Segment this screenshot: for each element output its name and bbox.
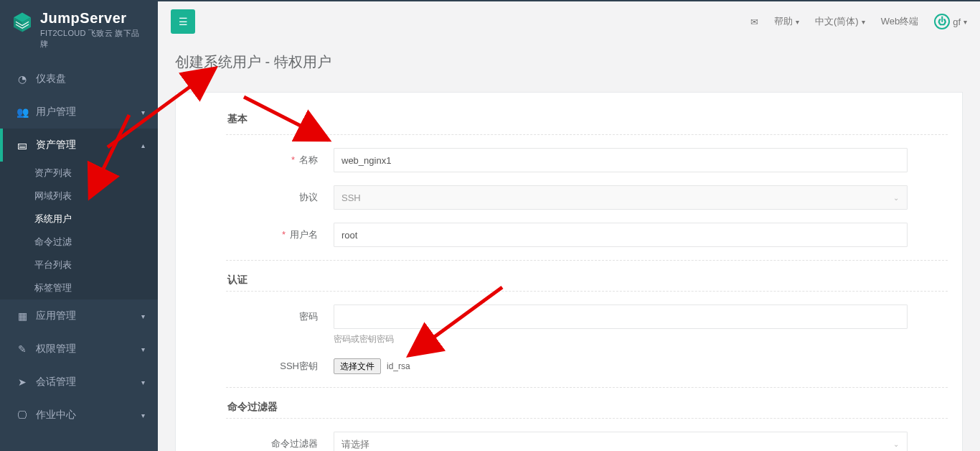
divider (226, 260, 948, 261)
mail-button[interactable]: ✉ (750, 17, 758, 27)
nav-label: 作业中心 (36, 409, 76, 422)
chevron-down-icon: ▾ (796, 18, 799, 26)
sidebar-toggle-button[interactable]: ☰ (171, 9, 195, 34)
password-help-text: 密码或密钥密码 (334, 333, 908, 345)
language-dropdown[interactable]: 中文(简体) ▾ (815, 15, 865, 28)
nav-job-center[interactable]: 🖵 作业中心 ▾ (0, 399, 158, 432)
nav-app-mgmt[interactable]: ▦ 应用管理 ▾ (0, 299, 158, 333)
chevron-down-icon: ▾ (141, 378, 145, 386)
send-icon: ➤ (16, 376, 29, 388)
asset-subnav: 资产列表 网域列表 系统用户 命令过滤 平台列表 标签管理 (0, 162, 158, 299)
section-cmdfilter-title: 命令过滤器 (226, 401, 948, 414)
subnav-tag-mgmt[interactable]: 标签管理 (0, 276, 158, 299)
chevron-down-icon: ▾ (141, 345, 145, 353)
help-dropdown[interactable]: 帮助 ▾ (774, 15, 799, 28)
divider (226, 387, 948, 388)
nav-session-mgmt[interactable]: ➤ 会话管理 ▾ (0, 366, 158, 399)
subnav-system-user[interactable]: 系统用户 (0, 208, 158, 231)
logo-icon (11, 11, 33, 33)
dashboard-icon: ◔ (16, 73, 29, 85)
nav-dashboard[interactable]: ◔ 仪表盘 (0, 62, 158, 96)
name-input[interactable] (334, 148, 908, 172)
chevron-down-icon: ▾ (862, 18, 865, 26)
username-label: gf (953, 17, 961, 27)
logo-block: JumpServer FIT2CLOUD 飞致云 旗下品牌 (0, 0, 158, 57)
label-name: 名称 (226, 154, 334, 167)
nav-label: 会话管理 (36, 376, 76, 389)
label-protocol: 协议 (226, 191, 334, 204)
label-username: 用户名 (226, 228, 334, 241)
asset-icon: 🖴 (16, 139, 29, 151)
user-menu[interactable]: ⏻ gf ▾ (934, 14, 967, 29)
label-cmdfilter: 命令过滤器 (226, 437, 334, 450)
subnav-domain-list[interactable]: 网域列表 (0, 185, 158, 208)
help-label: 帮助 (774, 15, 793, 28)
topbar-right: ✉ 帮助 ▾ 中文(简体) ▾ Web终端 ⏻ gf ▾ (750, 14, 967, 29)
brand-name: JumpServer (40, 10, 146, 27)
label-sshkey: SSH密钥 (226, 360, 334, 373)
hamburger-icon: ☰ (179, 16, 188, 27)
choose-file-button[interactable]: 选择文件 (334, 358, 381, 374)
divider (226, 134, 948, 135)
row-password: 密码 密码或密钥密码 (226, 304, 948, 345)
users-icon: 👥 (16, 106, 29, 118)
sshkey-filename: id_rsa (387, 361, 410, 371)
nav-perm-mgmt[interactable]: ✎ 权限管理 ▾ (0, 333, 158, 366)
chevron-down-icon: ▾ (141, 108, 145, 116)
content-wrap: 基本 名称 协议 ⌄ 用户名 认证 (158, 82, 980, 451)
divider (226, 291, 948, 292)
username-input[interactable] (334, 223, 908, 247)
nav-list: ◔ 仪表盘 👥 用户管理 ▾ 🖴 资产管理 ▴ 资产列表 网域列表 系统用户 命… (0, 62, 158, 432)
row-cmdfilter: 命令过滤器 ⌄ (226, 432, 948, 451)
display-icon: 🖵 (16, 409, 29, 421)
language-label: 中文(简体) (815, 15, 859, 28)
section-basic-title: 基本 (226, 113, 948, 126)
row-protocol: 协议 ⌄ (226, 185, 948, 210)
subnav-cmd-filter[interactable]: 命令过滤 (0, 231, 158, 254)
divider (226, 418, 948, 419)
page-title: 创建系统用户 - 特权用户 (175, 52, 331, 72)
chevron-up-icon: ▴ (141, 141, 145, 149)
power-icon: ⏻ (934, 14, 950, 29)
password-input[interactable] (334, 304, 908, 329)
page-title-row: 创建系统用户 - 特权用户 (158, 42, 980, 82)
grid-icon: ▦ (16, 310, 29, 322)
nav-label: 权限管理 (36, 343, 76, 355)
sidebar: JumpServer FIT2CLOUD 飞致云 旗下品牌 ◔ 仪表盘 👥 用户… (0, 0, 158, 451)
chevron-down-icon: ▾ (963, 18, 967, 26)
section-auth-title: 认证 (226, 274, 948, 287)
edit-icon: ✎ (16, 343, 29, 355)
nav-label: 资产管理 (36, 139, 76, 152)
chevron-down-icon: ▾ (141, 312, 145, 320)
nav-label: 应用管理 (36, 310, 76, 322)
form-panel: 基本 名称 协议 ⌄ 用户名 认证 (175, 92, 963, 451)
web-terminal-link[interactable]: Web终端 (881, 15, 919, 28)
row-username: 用户名 (226, 223, 948, 247)
row-name: 名称 (226, 148, 948, 172)
label-password: 密码 (226, 304, 334, 323)
nav-label: 仪表盘 (36, 73, 66, 85)
mail-icon: ✉ (750, 17, 758, 27)
nav-label: 用户管理 (36, 106, 76, 118)
row-sshkey: SSH密钥 选择文件 id_rsa (226, 358, 948, 374)
topbar: ☰ ✉ 帮助 ▾ 中文(简体) ▾ Web终端 ⏻ gf ▾ (158, 0, 980, 42)
chevron-down-icon: ▾ (141, 412, 145, 419)
cmdfilter-select[interactable] (334, 432, 908, 451)
protocol-select[interactable] (334, 185, 908, 210)
nav-asset-mgmt[interactable]: 🖴 资产管理 ▴ (0, 129, 158, 162)
brand-subtitle: FIT2CLOUD 飞致云 旗下品牌 (40, 28, 146, 50)
nav-user-mgmt[interactable]: 👥 用户管理 ▾ (0, 96, 158, 129)
subnav-asset-list[interactable]: 资产列表 (0, 162, 158, 185)
subnav-platform-list[interactable]: 平台列表 (0, 254, 158, 276)
